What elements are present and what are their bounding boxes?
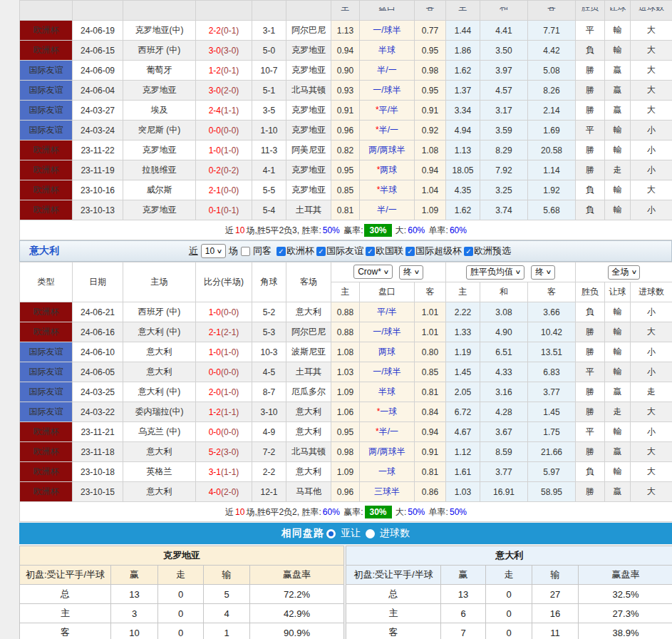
fulltime-score: 3-1 (209, 467, 221, 477)
score-cell: 3-1(1-1) (196, 462, 252, 482)
home-team: 埃及 (123, 101, 196, 121)
italy-rows: 欧洲杯 24-06-21 西班牙 (中) 1-0(0-0) 5-2 意大利 0.… (20, 302, 672, 502)
match-row: 欧洲杯 24-06-21 西班牙 (中) 1-0(0-0) 5-2 意大利 0.… (20, 302, 672, 322)
corner-score: 11-3 (252, 140, 286, 160)
fulltime-score: 0-2 (209, 165, 221, 175)
handicap-name: 半/一 (377, 65, 396, 75)
asian-home-odds: 1.09 (331, 462, 360, 482)
lose-header: 输 (532, 566, 579, 585)
euro-away-odds: 1.69 (528, 121, 576, 140)
fulltime-score: 2-1 (209, 327, 221, 337)
euro-time-select[interactable]: 终∨ (531, 265, 555, 280)
euro-away-odds: 4.42 (528, 41, 576, 61)
league-filter[interactable]: ✓欧国联 (366, 245, 403, 257)
euro-home-odds: 4.67 (446, 422, 480, 442)
asian-time-select[interactable]: 终∨ (399, 265, 423, 280)
goals-radio[interactable] (366, 529, 375, 538)
fulltime-score: 1-0 (209, 145, 221, 155)
italy-history-table: 类型 日期 主场 比分(半场) 角球 客场 Crow*∨ 终∨ 胜平负均值∨ 终… (19, 262, 672, 522)
row-scope-label: 总 (20, 585, 111, 604)
asian-handicap-radio[interactable] (326, 529, 336, 538)
push-count: 0 (486, 623, 532, 639)
home-team: 意大利 (123, 342, 196, 362)
match-row: 国际友谊 24-06-05 意大利 0-0(0-0) 4-5 土耳其 1.03 … (20, 362, 672, 382)
handicap-line: *半/一 (360, 121, 415, 140)
compare-header-row: 初盘:受让平手/半球 赢 走 输 赢盘率 (20, 566, 344, 585)
match-count-value: 10 (205, 246, 214, 256)
halftime-score: (1-0) (221, 387, 239, 397)
league-filter[interactable]: ✓国际超级杯 (405, 245, 462, 257)
league-badge: 国际友谊 (20, 81, 73, 101)
result-handicap: 輸 (605, 322, 631, 342)
result-handicap: 贏 (605, 101, 631, 121)
euro-away-odds: 20.58 (528, 140, 576, 160)
away-team: 厄瓜多尔 (286, 382, 331, 402)
games-label: 场 (229, 245, 238, 257)
euro-home-odds: 2.22 (446, 302, 480, 322)
asian-away-odds: 0.77 (415, 21, 446, 41)
corner-score: 5-3 (252, 322, 286, 342)
near-link[interactable]: 近 (189, 245, 198, 257)
same-away-checkbox[interactable] (241, 247, 250, 256)
score-cell: 2-0(1-0) (196, 382, 252, 402)
away-team: 土耳其 (286, 362, 331, 382)
win-count: 10 (111, 623, 158, 639)
win-count: 13 (111, 585, 158, 604)
bookmaker-select[interactable]: Crow*∨ (353, 265, 393, 279)
home-team: 意大利 (123, 482, 196, 502)
halftime-score: (1-0) (221, 145, 239, 155)
handicap-name: 平/半 (377, 307, 396, 317)
home-team: 克罗地亚 (123, 140, 196, 160)
league-filter[interactable]: ✓欧洲杯 (276, 245, 314, 257)
col-header-away: 客场 (286, 262, 331, 302)
match-date: 24-03-24 (73, 121, 123, 140)
result-handicap: 贏 (605, 61, 631, 81)
handicap-name: 半/一 (379, 125, 398, 135)
euro-avg-select[interactable]: 胜平负均值∨ (466, 265, 524, 280)
result-handicap: 贏 (605, 382, 631, 402)
league-filter[interactable]: ✓欧洲预选 (464, 245, 511, 257)
league-filter-label: 国际超级杯 (415, 245, 462, 257)
result-goals: 小 (631, 342, 672, 362)
asian-home-odds: 0.88 (331, 322, 360, 342)
league-filter-list: ✓欧洲杯 ✓国际友谊 ✓欧国联 ✓国际超级杯 ✓欧洲预选 (274, 245, 511, 257)
push-count: 0 (486, 604, 532, 623)
euro-home-odds: 18.05 (446, 160, 480, 180)
home-team: 突尼斯 (中) (123, 121, 196, 140)
asian-away-odds: 0.81 (415, 382, 446, 402)
euro-away-odds: 10.42 (528, 322, 576, 342)
win-rate-header: 赢盘率 (250, 566, 344, 585)
match-date: 24-06-15 (73, 41, 123, 61)
push-count: 0 (158, 585, 204, 604)
scope-value: 全场 (612, 266, 629, 278)
fulltime-score: 2-0 (209, 387, 221, 397)
match-row: 国际友谊 24-03-24 突尼斯 (中) 0-0(0-0) 1-10 克罗地亚… (20, 121, 672, 140)
away-team: 土耳其 (286, 200, 331, 220)
clipped-header-cell: 和 (480, 1, 528, 21)
match-row: 欧洲杯 23-11-19 拉脱维亚 0-2(0-2) 4-1 克罗地亚 0.95… (20, 160, 672, 180)
fulltime-score: 3-0 (209, 46, 221, 56)
handicap-name: 两球 (378, 347, 396, 357)
result-goals: 小 (631, 160, 672, 180)
col-header-wdl: 胜负 (576, 282, 605, 302)
same-away-label: 同客 (253, 245, 272, 257)
match-date: 24-03-25 (73, 382, 123, 402)
scope-select[interactable]: 全场∨ (608, 265, 641, 280)
result-handicap: 贏 (605, 81, 631, 101)
home-team: 西班牙 (中) (123, 302, 196, 322)
home-team: 意大利 (123, 362, 196, 382)
asian-home-odds: 1.08 (331, 342, 360, 362)
euro-draw-odds: 3.97 (480, 61, 528, 81)
col-header-euro-home: 主 (446, 282, 480, 302)
euro-home-odds: 1.44 (446, 21, 480, 41)
match-count-select[interactable]: 10∨ (201, 244, 226, 258)
handicap-name: 两/两球半 (368, 446, 405, 456)
away-team: 阿尔巴尼 (286, 322, 331, 342)
euro-draw-odds: 3.16 (480, 382, 528, 402)
result-wdl: 勝 (576, 81, 605, 101)
corner-score: 10-7 (252, 61, 286, 81)
score-cell: 3-0(3-0) (196, 41, 252, 61)
result-handicap: 輸 (605, 302, 631, 322)
league-filter[interactable]: ✓国际友谊 (316, 245, 363, 257)
corner-score: 8-7 (252, 382, 286, 402)
